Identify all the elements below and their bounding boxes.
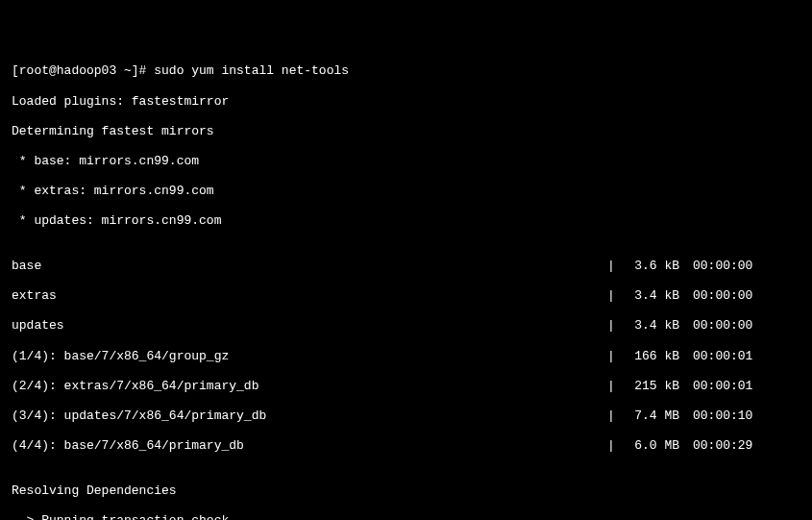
separator: | [607, 438, 617, 454]
download-size: 7.4 MB [617, 409, 679, 424]
download-row: base|3.6 kB00:00:00 [12, 259, 761, 274]
download-name: (3/4): updates/7/x86_64/primary_db [12, 409, 607, 424]
download-row: extras|3.4 kB00:00:00 [12, 288, 761, 304]
download-name: updates [12, 318, 607, 334]
separator: | [607, 379, 617, 394]
download-row: (4/4): base/7/x86_64/primary_db|6.0 MB00… [12, 438, 761, 454]
download-size: 3.4 kB [617, 318, 679, 334]
separator: | [607, 259, 617, 274]
download-time: 00:00:00 [693, 259, 760, 274]
download-name: (1/4): base/7/x86_64/group_gz [12, 349, 607, 364]
separator: | [607, 409, 617, 424]
separator: | [607, 349, 617, 364]
output-line: Loaded plugins: fastestmirror [12, 94, 800, 110]
output-line: --> Running transaction check [12, 513, 800, 520]
mirror-line: * updates: mirrors.cn99.com [12, 213, 800, 229]
download-size: 215 kB [617, 379, 679, 394]
mirror-line: * base: mirrors.cn99.com [12, 154, 800, 169]
download-time: 00:00:00 [693, 318, 760, 334]
download-row: (2/4): extras/7/x86_64/primary_db|215 kB… [12, 379, 761, 394]
download-name: extras [12, 288, 607, 304]
download-name: base [12, 259, 607, 274]
download-size: 6.0 MB [617, 438, 679, 454]
download-time: 00:00:10 [693, 409, 760, 424]
download-size: 3.4 kB [617, 288, 679, 304]
download-size: 166 kB [617, 349, 679, 364]
download-time: 00:00:01 [693, 349, 760, 364]
download-row: (3/4): updates/7/x86_64/primary_db|7.4 M… [12, 409, 761, 424]
output-line: Determining fastest mirrors [12, 124, 800, 139]
download-row: updates|3.4 kB00:00:00 [12, 318, 761, 334]
download-time: 00:00:00 [693, 288, 760, 304]
separator: | [607, 288, 617, 304]
download-name: (2/4): extras/7/x86_64/primary_db [12, 379, 607, 394]
separator: | [607, 318, 617, 334]
mirror-line: * extras: mirrors.cn99.com [12, 184, 800, 199]
output-line: Resolving Dependencies [12, 483, 800, 499]
download-name: (4/4): base/7/x86_64/primary_db [12, 438, 607, 454]
download-row: (1/4): base/7/x86_64/group_gz|166 kB00:0… [12, 349, 761, 364]
command-prompt-line: [root@hadoop03 ~]# sudo yum install net-… [12, 63, 800, 79]
download-time: 00:00:29 [693, 438, 760, 454]
download-size: 3.6 kB [617, 259, 679, 274]
download-time: 00:00:01 [693, 379, 760, 394]
